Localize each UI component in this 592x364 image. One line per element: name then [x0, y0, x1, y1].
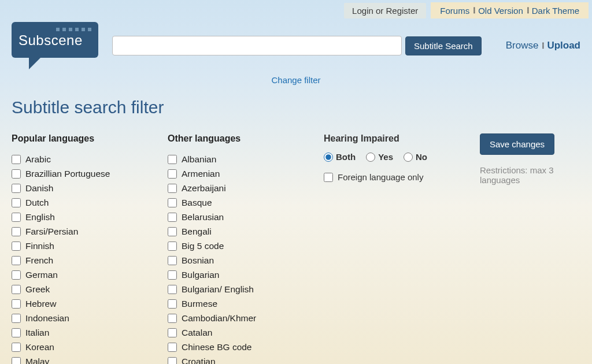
popular-language-label[interactable]: Indonesian — [25, 313, 69, 324]
popular-language-label[interactable]: Arabic — [25, 154, 51, 165]
other-language-checkbox[interactable] — [168, 270, 177, 280]
hearing-both-radio[interactable] — [324, 153, 333, 162]
popular-language-checkbox[interactable] — [12, 256, 21, 265]
popular-language-checkbox[interactable] — [12, 184, 21, 193]
list-item: German — [12, 268, 162, 282]
other-language-checkbox[interactable] — [168, 213, 177, 222]
popular-language-checkbox[interactable] — [12, 285, 21, 294]
hearing-no-radio[interactable] — [404, 153, 413, 162]
popular-language-label[interactable]: Greek — [25, 284, 50, 295]
popular-language-label[interactable]: Farsi/Persian — [25, 226, 78, 237]
other-language-checkbox[interactable] — [168, 227, 177, 236]
old-version-link[interactable]: Old Version — [475, 6, 527, 16]
popular-language-label[interactable]: Dutch — [25, 198, 49, 208]
other-language-label[interactable]: Armenian — [182, 169, 220, 179]
other-language-checkbox[interactable] — [168, 314, 177, 323]
other-language-label[interactable]: Cambodian/Khmer — [182, 313, 256, 324]
other-language-label[interactable]: Albanian — [182, 154, 216, 165]
popular-language-checkbox[interactable] — [12, 299, 21, 309]
hearing-yes-label[interactable]: Yes — [378, 152, 393, 162]
other-language-label[interactable]: Belarusian — [182, 212, 224, 222]
popular-language-label[interactable]: Danish — [25, 183, 53, 194]
other-languages-heading: Other languages — [168, 133, 318, 144]
search-input[interactable] — [112, 36, 402, 55]
popular-language-label[interactable]: Korean — [25, 342, 54, 352]
login-register-button[interactable]: Login or Register — [344, 3, 426, 18]
search-form: Subtitle Search — [112, 36, 482, 55]
popular-languages-column: Popular languages ArabicBrazillian Portu… — [12, 133, 162, 364]
other-language-label[interactable]: Chinese BG code — [182, 342, 252, 352]
other-language-checkbox[interactable] — [168, 357, 177, 365]
popular-language-label[interactable]: Brazillian Portuguese — [25, 169, 110, 179]
hearing-yes-radio[interactable] — [366, 153, 375, 162]
browse-link[interactable]: Browse — [506, 40, 539, 51]
save-changes-button[interactable]: Save changes — [480, 133, 554, 155]
forums-link[interactable]: Forums — [436, 6, 473, 16]
content: Subtitle search filter Popular languages… — [0, 91, 592, 364]
other-language-checkbox[interactable] — [168, 256, 177, 265]
hearing-both-label[interactable]: Both — [336, 152, 356, 162]
other-language-checkbox[interactable] — [168, 184, 177, 193]
list-item: Croatian — [168, 354, 318, 364]
popular-language-checkbox[interactable] — [12, 357, 21, 365]
popular-language-label[interactable]: Hebrew — [25, 299, 56, 309]
other-language-label[interactable]: Bengali — [182, 226, 212, 237]
foreign-only-label[interactable]: Foreign language only — [338, 172, 423, 182]
other-language-label[interactable]: Bosnian — [182, 255, 214, 266]
list-item: Chinese BG code — [168, 340, 318, 354]
popular-language-checkbox[interactable] — [12, 314, 21, 323]
popular-language-label[interactable]: Finnish — [25, 241, 54, 251]
other-languages-column: Other languages AlbanianArmenianAzerbaij… — [168, 133, 318, 364]
popular-language-label[interactable]: French — [25, 255, 53, 266]
upload-link[interactable]: Upload — [547, 40, 580, 51]
change-filter-link[interactable]: Change filter — [271, 75, 320, 85]
foreign-only-checkbox[interactable] — [324, 173, 333, 182]
popular-language-checkbox[interactable] — [12, 343, 21, 352]
popular-language-checkbox[interactable] — [12, 328, 21, 337]
list-item: Bengali — [168, 224, 318, 239]
topbar: Login or Register Forums ⁞ Old Version ⁞… — [0, 0, 592, 18]
other-language-checkbox[interactable] — [168, 343, 177, 352]
popular-language-checkbox[interactable] — [12, 242, 21, 251]
popular-language-checkbox[interactable] — [12, 198, 21, 207]
dark-theme-link[interactable]: Dark Theme — [528, 6, 583, 16]
popular-language-checkbox[interactable] — [12, 227, 21, 236]
other-language-checkbox[interactable] — [168, 169, 177, 179]
logo-text: Subscene — [18, 32, 91, 49]
other-language-label[interactable]: Bulgarian — [182, 270, 220, 280]
list-item: Big 5 code — [168, 239, 318, 253]
other-language-checkbox[interactable] — [168, 242, 177, 251]
right-panel: Hearing Impaired Both Yes No — [324, 133, 580, 185]
popular-language-checkbox[interactable] — [12, 169, 21, 179]
other-language-label[interactable]: Azerbaijani — [182, 183, 226, 194]
other-language-label[interactable]: Burmese — [182, 299, 217, 309]
other-language-checkbox[interactable] — [168, 328, 177, 337]
list-item: Greek — [12, 282, 162, 296]
hearing-impaired-column: Hearing Impaired Both Yes No — [324, 133, 462, 185]
site-logo[interactable]: Subscene — [12, 22, 104, 69]
popular-language-label[interactable]: Italian — [25, 328, 49, 338]
change-filter-row: Change filter — [0, 73, 592, 91]
popular-language-label[interactable]: German — [25, 270, 58, 280]
subtitle-search-button[interactable]: Subtitle Search — [405, 36, 482, 55]
hearing-impaired-options: Both Yes No — [324, 152, 462, 162]
other-language-label[interactable]: Big 5 code — [182, 241, 224, 251]
other-language-checkbox[interactable] — [168, 198, 177, 207]
other-language-checkbox[interactable] — [168, 155, 177, 164]
popular-language-label[interactable]: Malay — [25, 356, 49, 365]
popular-language-checkbox[interactable] — [12, 155, 21, 164]
hearing-no-label[interactable]: No — [416, 152, 427, 162]
popular-language-checkbox[interactable] — [12, 213, 21, 222]
other-language-checkbox[interactable] — [168, 299, 177, 309]
list-item: Dutch — [12, 195, 162, 210]
popular-language-checkbox[interactable] — [12, 270, 21, 280]
other-language-label[interactable]: Bulgarian/ English — [182, 284, 254, 295]
other-language-label[interactable]: Basque — [182, 198, 212, 208]
other-language-label[interactable]: Croatian — [182, 356, 216, 365]
other-language-label[interactable]: Catalan — [182, 328, 212, 338]
popular-language-label[interactable]: English — [25, 212, 55, 222]
list-item: Catalan — [168, 325, 318, 340]
restrictions-text: Restrictions: max 3 languages — [480, 165, 580, 185]
other-language-checkbox[interactable] — [168, 285, 177, 294]
list-item: Danish — [12, 181, 162, 195]
